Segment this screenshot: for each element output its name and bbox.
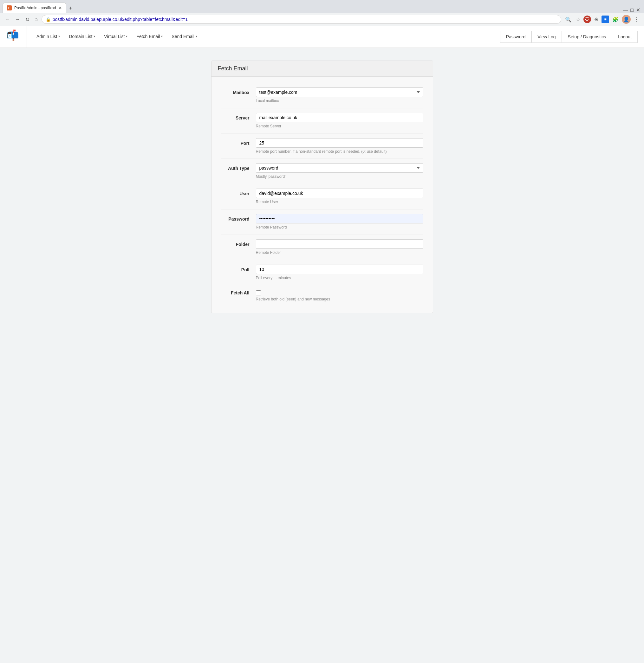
nav-fetch-email-label: Fetch Email: [136, 34, 160, 39]
lock-icon: 🔒: [46, 17, 51, 22]
poll-field: Poll every ... minutes: [256, 265, 423, 281]
profile-avatar[interactable]: 👤: [622, 15, 631, 24]
poll-hint: Poll every ... minutes: [256, 275, 423, 281]
server-label: Server: [221, 113, 256, 120]
mailbox-label: Mailbox: [221, 88, 256, 95]
port-row: Port Remote port number, if a non-standa…: [221, 134, 423, 159]
app-header: 📬 Admin List ▾ Domain List ▾ Virtual Lis…: [0, 26, 644, 48]
browser-tab-active[interactable]: P Postfix Admin - postfixad ✕: [2, 2, 66, 13]
main-nav: Admin List ▾ Domain List ▾ Virtual List …: [32, 28, 500, 46]
fetch-email-form: Fetch Email Mailbox test@example.com adm…: [211, 61, 433, 313]
shield-icon[interactable]: 🛡: [583, 16, 591, 23]
folder-hint: Remote Folder: [256, 250, 423, 255]
nav-domain-list-label: Domain List: [69, 34, 92, 39]
mailbox-row: Mailbox test@example.com admin@example.c…: [221, 83, 423, 108]
menu-button[interactable]: ⋮: [632, 15, 640, 24]
view-log-button[interactable]: View Log: [531, 31, 561, 43]
nav-fetch-email-arrow: ▾: [161, 35, 163, 38]
nav-send-email[interactable]: Send Email ▾: [167, 28, 202, 46]
folder-input[interactable]: [256, 239, 423, 249]
port-field: Remote port number, if a non-standard re…: [256, 138, 423, 154]
maximize-button[interactable]: □: [630, 7, 634, 13]
auth-type-field: password certificate kerberos Mostly 'pa…: [256, 163, 423, 179]
logo-icon: 📬: [6, 29, 19, 41]
server-input[interactable]: [256, 113, 423, 122]
minimize-button[interactable]: —: [623, 7, 628, 13]
poll-label: Poll: [221, 265, 256, 272]
server-field: Remote Server: [256, 113, 423, 129]
extensions-puzzle-icon[interactable]: ■: [601, 16, 609, 23]
folder-field: Remote Folder: [256, 239, 423, 255]
user-input[interactable]: [256, 188, 423, 198]
tab-title: Postfix Admin - postfixad: [14, 6, 56, 10]
forward-button[interactable]: →: [14, 15, 22, 23]
nav-fetch-email[interactable]: Fetch Email ▾: [132, 28, 167, 46]
user-row: User Remote User: [221, 184, 423, 209]
nav-actions: Password View Log Setup / Diagnostics Lo…: [500, 31, 638, 43]
poll-input[interactable]: [256, 265, 423, 274]
server-hint: Remote Server: [256, 123, 423, 129]
search-icon[interactable]: 🔍: [564, 15, 573, 24]
toolbar-icons: 🔍 ☆ 🛡 ✳ ■ 🧩 👤 ⋮: [564, 15, 640, 24]
nav-virtual-list-arrow: ▾: [126, 35, 128, 38]
port-label: Port: [221, 138, 256, 146]
folder-label: Folder: [221, 239, 256, 247]
mailbox-field: test@example.com admin@example.com Local…: [256, 88, 423, 104]
port-input[interactable]: [256, 138, 423, 148]
window-controls: — □ ✕: [623, 7, 644, 13]
password-input[interactable]: [256, 214, 423, 224]
nav-admin-list-label: Admin List: [37, 34, 57, 39]
address-bar[interactable]: 🔒 postfixadmin.david.palepurple.co.uk/ed…: [42, 15, 561, 24]
nav-admin-list-arrow: ▾: [58, 35, 60, 38]
port-hint: Remote port number, if a non-standard re…: [256, 149, 423, 154]
folder-row: Folder Remote Folder: [221, 235, 423, 260]
password-button[interactable]: Password: [500, 31, 531, 43]
tab-favicon: P: [7, 5, 12, 10]
auth-type-label: Auth Type: [221, 163, 256, 171]
nav-domain-list-arrow: ▾: [93, 35, 95, 38]
bookmark-icon[interactable]: ☆: [575, 15, 581, 24]
fetch-all-checkbox[interactable]: [256, 290, 261, 295]
logo-box: 📬: [6, 29, 22, 44]
fetch-all-label: Fetch All: [221, 290, 256, 295]
browser-tab-bar: P Postfix Admin - postfixad ✕ + — □ ✕: [0, 0, 644, 13]
form-body: Mailbox test@example.com admin@example.c…: [212, 77, 433, 313]
auth-type-row: Auth Type password certificate kerberos …: [221, 159, 423, 184]
user-hint: Remote User: [256, 199, 423, 205]
url-input[interactable]: postfixadmin.david.palepurple.co.uk/edit…: [53, 17, 557, 22]
auth-type-hint: Mostly 'password': [256, 174, 423, 179]
nav-send-email-arrow: ▾: [196, 35, 197, 38]
nav-send-email-label: Send Email: [172, 34, 194, 39]
tab-close-button[interactable]: ✕: [58, 5, 62, 10]
fetch-all-field: Retrieve both old (seen) and new message…: [256, 290, 423, 302]
fetch-all-row: Fetch All Retrieve both old (seen) and n…: [221, 285, 423, 306]
server-row: Server Remote Server: [221, 108, 423, 134]
back-button[interactable]: ←: [4, 15, 12, 23]
nav-virtual-list[interactable]: Virtual List ▾: [99, 28, 132, 46]
browser-chrome: P Postfix Admin - postfixad ✕ + — □ ✕ ← …: [0, 0, 644, 26]
user-field: Remote User: [256, 188, 423, 205]
close-button[interactable]: ✕: [636, 7, 640, 13]
extensions-button[interactable]: 🧩: [611, 15, 620, 24]
home-button[interactable]: ⌂: [33, 15, 39, 23]
main-content: Fetch Email Mailbox test@example.com adm…: [0, 48, 644, 326]
password-row: Password Remote Password: [221, 209, 423, 235]
new-tab-button[interactable]: +: [66, 4, 75, 13]
reload-button[interactable]: ↻: [24, 15, 31, 24]
logout-button[interactable]: Logout: [612, 31, 638, 43]
mailbox-select[interactable]: test@example.com admin@example.com: [256, 88, 423, 97]
nav-domain-list[interactable]: Domain List ▾: [64, 28, 99, 46]
nav-virtual-list-label: Virtual List: [104, 34, 125, 39]
fetch-all-hint: Retrieve both old (seen) and new message…: [256, 297, 423, 302]
password-label: Password: [221, 214, 256, 222]
poll-row: Poll Poll every ... minutes: [221, 260, 423, 285]
password-field: Remote Password: [256, 214, 423, 230]
setup-diagnostics-button[interactable]: Setup / Diagnostics: [562, 31, 612, 43]
user-label: User: [221, 188, 256, 196]
extension-icon[interactable]: ✳: [593, 15, 600, 24]
auth-type-select[interactable]: password certificate kerberos: [256, 163, 423, 173]
form-title: Fetch Email: [212, 61, 433, 77]
password-hint: Remote Password: [256, 225, 423, 230]
mailbox-hint: Local mailbox: [256, 98, 423, 104]
nav-admin-list[interactable]: Admin List ▾: [32, 28, 64, 46]
